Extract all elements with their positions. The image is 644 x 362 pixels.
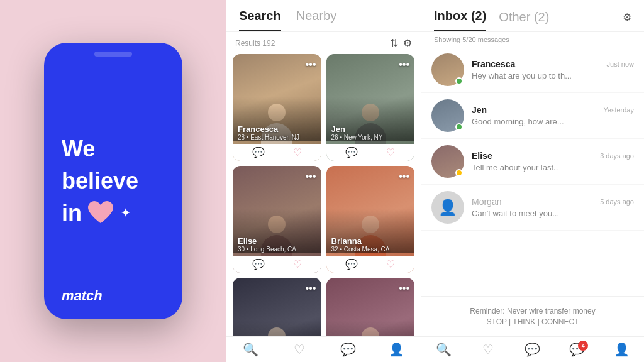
avatar-wrap	[431, 145, 464, 178]
inbox-header: Inbox (2) Other (2) ⚙	[421, 0, 644, 32]
right-nav-heart[interactable]: ♡	[466, 342, 511, 357]
message-content: Morgan 5 days ago Can't wait to meet you…	[472, 197, 634, 218]
message-btn[interactable]: 💬	[252, 146, 265, 158]
left-panel: We believe in ✦ match	[0, 0, 226, 362]
reminder-text: Reminder: Never wire transfer money	[434, 307, 631, 315]
message-item-francesca[interactable]: Francesca Just now Hey what are you up t…	[421, 47, 644, 93]
avatar-morgan: 👤	[431, 191, 464, 224]
right-nav-chat[interactable]: 💬	[511, 342, 555, 357]
profile-card-jen[interactable]: ••• Jen 26 • New York, NY 💬 ♡	[326, 54, 415, 161]
profile-card-jennifer[interactable]: ••• Jennifer 💬 ♡	[233, 278, 321, 336]
tab-search[interactable]: Search	[239, 9, 281, 31]
card-actions: 💬 ♡	[326, 256, 415, 273]
profile-card-elise[interactable]: ••• Elise 30 • Long Beach, CA 💬 ♡	[233, 166, 321, 273]
right-nav-messages-active[interactable]: 💬 4	[555, 342, 599, 357]
search-tabs: Search Nearby	[226, 0, 421, 32]
nav-heart[interactable]: ♡	[275, 342, 323, 357]
card-menu-dots[interactable]: •••	[399, 171, 409, 182]
card-age-loc: 26 • New York, NY	[331, 134, 383, 141]
inbox-filter-icon[interactable]: ⚙	[623, 11, 631, 30]
message-preview: Hey what are you up to th...	[472, 71, 634, 80]
tagline-line1: We	[62, 136, 95, 162]
message-header: Jen Yesterday	[472, 105, 634, 115]
message-header: Morgan 5 days ago	[472, 197, 634, 207]
phone-mockup: We believe in ✦ match	[44, 43, 182, 319]
right-bottom-nav: 🔍 ♡ 💬 💬 4 👤	[421, 336, 644, 362]
message-item-jen[interactable]: Jen Yesterday Good morning, how are...	[421, 93, 644, 139]
filter-icons: ⇅ ⚙	[390, 37, 412, 49]
message-content: Elise 3 days ago Tell me about your last…	[472, 151, 634, 172]
message-item-elise[interactable]: Elise 3 days ago Tell me about your last…	[421, 139, 644, 185]
card-menu-dots[interactable]: •••	[399, 59, 409, 70]
card-info-elise: Elise 30 • Long Beach, CA	[238, 236, 296, 253]
sender-name: Jen	[472, 105, 487, 115]
message-header: Francesca Just now	[472, 59, 634, 69]
card-name: Francesca	[238, 124, 299, 134]
tagline-line3: in ✦	[62, 200, 130, 226]
message-content: Francesca Just now Hey what are you up t…	[472, 59, 634, 80]
card-actions: 💬 ♡	[233, 144, 321, 161]
online-dot	[455, 169, 463, 177]
nav-profile[interactable]: 👤	[372, 342, 421, 357]
reminder-action: STOP | THINK | CONNECT	[434, 317, 631, 326]
card-age-loc: 28 • East Hanover, NJ	[238, 134, 299, 141]
filter-icon[interactable]: ⚙	[403, 37, 412, 49]
tagline-in: in	[62, 200, 82, 226]
online-dot	[455, 123, 463, 131]
message-time: Yesterday	[603, 106, 634, 114]
profile-card-francesca[interactable]: ••• Francesca 28 • East Hanover, NJ 💬 ♡	[233, 54, 321, 161]
middle-panel: Search Nearby Results 192 ⇅ ⚙ ••• France…	[226, 0, 421, 362]
card-menu-dots[interactable]: •••	[306, 59, 316, 70]
message-btn[interactable]: 💬	[345, 146, 358, 158]
card-age-loc: 30 • Long Beach, CA	[238, 246, 296, 253]
card-age-loc: 32 • Costa Mesa, CA	[331, 246, 390, 253]
sort-icon[interactable]: ⇅	[390, 37, 398, 49]
card-info-jen: Jen 26 • New York, NY	[331, 124, 383, 141]
message-preview: Can't wait to meet you...	[472, 209, 634, 218]
message-header: Elise 3 days ago	[472, 151, 634, 161]
nav-search[interactable]: 🔍	[226, 342, 275, 357]
heart-icon	[87, 200, 114, 226]
sender-name: Elise	[472, 151, 492, 161]
card-info-francesca: Francesca 28 • East Hanover, NJ	[238, 124, 299, 141]
message-btn[interactable]: 💬	[252, 258, 265, 270]
results-bar: Results 192 ⇅ ⚙	[226, 32, 421, 54]
like-btn[interactable]: ♡	[293, 146, 302, 158]
profile-card-nicole[interactable]: ••• Nicole 💬 ♡	[326, 278, 415, 336]
message-content: Jen Yesterday Good morning, how are...	[472, 105, 634, 126]
right-panel: Inbox (2) Other (2) ⚙ Showing 5/20 messa…	[421, 0, 644, 362]
tab-inbox[interactable]: Inbox (2)	[434, 9, 486, 31]
card-menu-dots[interactable]: •••	[306, 283, 316, 294]
sender-name: Morgan	[472, 197, 501, 207]
message-btn[interactable]: 💬	[345, 258, 358, 270]
reminder-box: Reminder: Never wire transfer money STOP…	[421, 296, 644, 336]
card-actions: 💬 ♡	[326, 144, 415, 161]
message-badge: 4	[578, 341, 588, 351]
profiles-grid: ••• Francesca 28 • East Hanover, NJ 💬 ♡ …	[226, 54, 421, 336]
message-time: Just now	[607, 60, 634, 68]
message-time: 5 days ago	[600, 198, 634, 206]
sparkle-icon: ✦	[121, 206, 130, 220]
nav-messages[interactable]: 💬	[324, 342, 372, 357]
message-time: 3 days ago	[600, 152, 634, 160]
online-dot	[455, 77, 463, 85]
card-menu-dots[interactable]: •••	[306, 171, 316, 182]
message-preview: Good morning, how are...	[472, 117, 634, 126]
like-btn[interactable]: ♡	[386, 258, 395, 270]
showing-messages: Showing 5/20 messages	[421, 32, 644, 47]
card-name: Elise	[238, 236, 296, 246]
right-nav-profile[interactable]: 👤	[599, 342, 644, 357]
profile-card-brianna[interactable]: ••• Brianna 32 • Costa Mesa, CA 💬 ♡	[326, 166, 415, 273]
tab-other[interactable]: Other (2)	[499, 10, 549, 31]
like-btn[interactable]: ♡	[293, 258, 302, 270]
like-btn[interactable]: ♡	[386, 146, 395, 158]
right-nav-search[interactable]: 🔍	[421, 342, 466, 357]
avatar-wrap	[431, 53, 464, 86]
card-info-brianna: Brianna 32 • Costa Mesa, CA	[331, 236, 390, 253]
photo-gradient	[233, 321, 321, 336]
tab-nearby[interactable]: Nearby	[296, 9, 336, 31]
message-item-morgan[interactable]: 👤 Morgan 5 days ago Can't wait to meet y…	[421, 185, 644, 231]
message-list: Francesca Just now Hey what are you up t…	[421, 47, 644, 296]
card-menu-dots[interactable]: •••	[399, 283, 409, 294]
tagline-line2: believe	[62, 168, 138, 194]
